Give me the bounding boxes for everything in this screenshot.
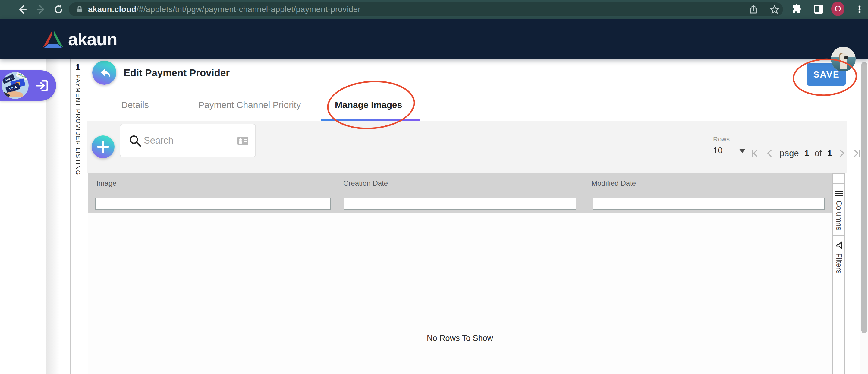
rows-caret-icon[interactable] [739, 149, 746, 153]
sidebar-shadow [45, 59, 59, 374]
column-divider [829, 196, 830, 211]
filter-input-creation-date[interactable] [344, 198, 576, 210]
card-view-icon[interactable] [237, 136, 249, 145]
side-tab-columns[interactable]: Columns [833, 183, 844, 235]
column-divider [335, 177, 335, 189]
rows-per-page-select[interactable]: 10 [713, 146, 722, 155]
grid-body: No Rows To Show [88, 213, 832, 374]
next-page-button[interactable] [838, 148, 846, 159]
plus-icon [96, 140, 110, 153]
of-word: of [815, 148, 822, 159]
filters-label: Filters [835, 253, 843, 274]
back-button[interactable] [92, 61, 116, 85]
browser-forward-button[interactable] [34, 3, 48, 16]
profile-initial: O [831, 1, 844, 16]
grid-header-row: Image Creation Date Modified Date [88, 173, 832, 193]
browser-profile-avatar[interactable]: O [831, 2, 844, 16]
main-panel: Edit Payment Provider SAVE Details Payme… [87, 59, 847, 374]
browser-reload-button[interactable] [52, 3, 65, 16]
pagination: page 1 of 1 [749, 146, 862, 160]
grid-side-panel: Columns Filters [832, 173, 845, 374]
tab-details[interactable]: Details [121, 100, 149, 110]
page-title: Edit Payment Provider [124, 67, 230, 79]
url-text: akaun.cloud/#/applets/tnt/pgw/payment-ch… [88, 5, 361, 14]
search-input[interactable] [144, 124, 228, 157]
column-divider [583, 196, 583, 211]
search-icon [129, 135, 141, 147]
rows-per-page-widget: Rows 10 [713, 136, 754, 143]
column-header-creation-date[interactable]: Creation Date [343, 173, 388, 193]
akaun-logo[interactable]: akaun [42, 29, 117, 49]
logo-text: akaun [68, 29, 117, 49]
akaun-triangle-icon [42, 30, 64, 49]
url-bar[interactable]: akaun.cloud/#/applets/tnt/pgw/payment-ch… [69, 2, 783, 16]
images-grid: Image Creation Date Modified Date No Row… [88, 173, 832, 374]
column-divider [583, 177, 583, 189]
add-image-button[interactable] [92, 136, 115, 159]
search-box [120, 124, 256, 157]
rows-underline [712, 160, 750, 160]
url-path: /#/applets/tnt/pgw/payment-channel-apple… [136, 5, 361, 14]
column-divider [335, 196, 335, 211]
side-tab-filters[interactable]: Filters [833, 236, 844, 281]
empty-rows-message: No Rows To Show [88, 334, 832, 343]
total-pages: 1 [827, 148, 832, 159]
listing-tab-count: 1 [71, 62, 85, 72]
first-page-button[interactable] [749, 148, 760, 159]
tab-payment-channel-priority[interactable]: Payment Channel Priority [198, 100, 301, 110]
payment-cards-illustration: AMEX echeck VISA [2, 72, 29, 99]
listing-tab-label: PAYMENT PROVIDER LISTING [74, 75, 82, 176]
applet-sidebar [0, 59, 45, 374]
filter-input-modified-date[interactable] [592, 198, 825, 210]
app-header: akaun [0, 19, 868, 59]
rows-label: Rows [713, 136, 730, 143]
listing-tab-payment-provider[interactable]: 1 PAYMENT PROVIDER LISTING [70, 59, 85, 374]
tab-manage-images[interactable]: Manage Images [335, 100, 402, 110]
lock-icon [75, 5, 84, 13]
current-page: 1 [804, 148, 809, 159]
column-header-image[interactable]: Image [96, 173, 117, 193]
url-host: akaun.cloud [88, 5, 136, 14]
share-icon[interactable] [747, 3, 760, 16]
user-avatar[interactable] [831, 47, 856, 71]
previous-page-button[interactable] [765, 148, 774, 159]
side-panel-icon[interactable] [812, 3, 825, 16]
page-word: page [779, 148, 799, 159]
back-arrow-icon [97, 66, 111, 80]
extensions-puzzle-icon[interactable] [790, 3, 803, 16]
payment-applet-banner[interactable]: AMEX echeck VISA [0, 70, 56, 101]
filter-funnel-icon [835, 241, 843, 250]
filter-input-image[interactable] [95, 198, 331, 210]
grid-filter-row [88, 193, 832, 213]
bookmark-star-icon[interactable] [768, 3, 781, 16]
enter-applet-icon [36, 79, 50, 93]
browser-back-button[interactable] [16, 3, 29, 16]
browser-chrome: akaun.cloud/#/applets/tnt/pgw/payment-ch… [0, 0, 868, 19]
columns-label: Columns [835, 201, 843, 230]
browser-menu-icon[interactable] [853, 3, 866, 16]
column-header-modified-date[interactable]: Modified Date [591, 173, 636, 193]
columns-icon [835, 189, 843, 197]
column-divider [829, 177, 830, 189]
page-scrollbar-thumb[interactable] [861, 62, 867, 333]
page-scrollbar-track[interactable] [860, 59, 868, 374]
